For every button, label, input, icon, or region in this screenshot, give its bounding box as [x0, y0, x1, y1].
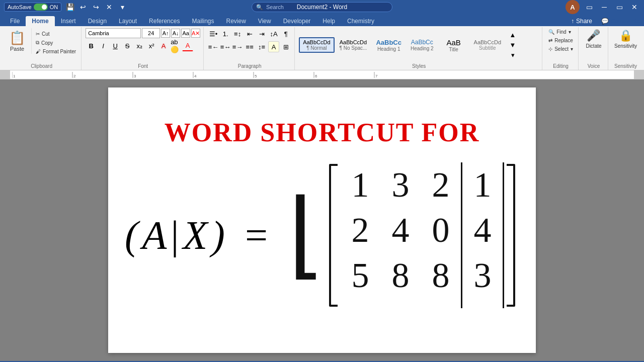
find-button[interactable]: 🔍 Find ▾ — [546, 28, 573, 36]
autosave-badge[interactable]: AutoSave ON — [4, 3, 61, 12]
text-effects-button[interactable]: A — [158, 40, 169, 51]
style-no-spacing-sublabel: ¶ No Spac... — [340, 45, 367, 51]
cell-r1-c2: 0 — [432, 210, 450, 250]
math-equals: = — [245, 213, 268, 258]
styles-scroll-down[interactable]: ▼ — [507, 40, 518, 50]
show-formatting-button[interactable]: ¶ — [280, 28, 291, 39]
tab-mailings[interactable]: Mailings — [186, 16, 220, 26]
undo-button[interactable]: ↩ — [77, 2, 89, 13]
paste-button[interactable]: 📋 Paste — [5, 28, 29, 54]
tab-home[interactable]: Home — [26, 16, 54, 26]
font-size-increase[interactable]: A↑ — [161, 29, 170, 38]
copy-button[interactable]: ⧉ Copy — [34, 39, 78, 47]
sensitivity-icon: 🔒 — [619, 29, 632, 42]
sensitivity-button[interactable]: 🔒 Sensitivity — [612, 28, 639, 50]
tab-developer[interactable]: Developer — [277, 16, 317, 26]
redo-button[interactable]: ↪ — [91, 2, 102, 13]
style-heading1[interactable]: AaBbCc Heading 1 — [372, 37, 406, 54]
tab-review[interactable]: Review — [220, 16, 252, 26]
line-spacing-button[interactable]: ↕≡ — [256, 41, 267, 52]
styles-group-label: Styles — [299, 62, 539, 70]
style-no-spacing[interactable]: AaBbCcDd ¶ No Spac... — [336, 37, 371, 53]
tab-file[interactable]: File — [4, 16, 26, 26]
ruler-margin-indicator-left — [6, 70, 10, 79]
tab-help[interactable]: Help — [316, 16, 341, 26]
replace-label: Replace — [554, 38, 573, 43]
ribbon-display-btn[interactable]: ▭ — [584, 2, 595, 13]
minimize-button[interactable]: ─ — [599, 2, 610, 13]
editing-group: 🔍 Find ▾ ⇄ Replace ⊹ Select ▾ Editing — [543, 27, 579, 70]
font-size-input[interactable] — [142, 28, 160, 38]
multilevel-list-button[interactable]: ≡↕ — [232, 28, 243, 39]
align-right-button[interactable]: ≡→ — [232, 41, 243, 52]
comments-button[interactable]: 💬 Comments — [601, 18, 640, 25]
cut-button[interactable]: ✂ Cut — [34, 30, 78, 38]
editing-group-label: Editing — [546, 62, 575, 70]
format-painter-button[interactable]: 🖌 Format Painter — [34, 48, 78, 55]
tab-view[interactable]: View — [252, 16, 277, 26]
sort-button[interactable]: ↕A — [268, 28, 279, 39]
superscript-button[interactable]: x² — [146, 40, 157, 51]
decrease-indent-button[interactable]: ⇤ — [244, 28, 255, 39]
underline-button[interactable]: U — [110, 40, 121, 51]
cell-r0-c0: 1 — [352, 165, 369, 205]
lhs-X: X — [183, 213, 207, 258]
shading-button[interactable]: A — [268, 41, 279, 52]
style-title-label: AaB — [443, 38, 465, 47]
ruler: 1 2 3 4 5 6 7 — [0, 70, 644, 79]
autosave-toggle[interactable] — [34, 4, 48, 11]
tab-design[interactable]: Design — [82, 16, 113, 26]
lhs-open-paren: ( — [125, 213, 138, 258]
align-left-button[interactable]: ≡← — [208, 41, 219, 52]
borders-button[interactable]: ⊞ — [280, 41, 291, 52]
bold-button[interactable]: B — [86, 40, 97, 51]
save-button[interactable]: 💾 — [64, 2, 75, 13]
strikethrough-button[interactable]: S — [122, 40, 133, 51]
clear-format-button[interactable]: A✕ — [191, 29, 200, 38]
close-undo-button[interactable]: ✕ — [104, 2, 115, 13]
styles-scroll-up[interactable]: ▲ — [507, 30, 518, 40]
style-heading2[interactable]: AaBbCc Heading 2 — [407, 37, 438, 53]
user-avatar[interactable]: A — [566, 0, 580, 14]
font-color-button[interactable]: A — [182, 40, 193, 51]
style-title[interactable]: AaB Title — [439, 36, 469, 54]
font-group: A↑ A↓ Aa A✕ B I U S x₂ x² A ab🟡 A Font — [83, 27, 204, 70]
tab-references[interactable]: References — [143, 16, 186, 26]
autosave-state: ON — [50, 4, 58, 10]
bullets-button[interactable]: ☰• — [208, 28, 219, 39]
align-center-button[interactable]: ≡↔ — [220, 41, 231, 52]
style-normal[interactable]: AaBbCcDd ¶ Normal — [299, 37, 334, 53]
tab-chemistry[interactable]: Chemistry — [341, 16, 380, 26]
document-heading[interactable]: WORD SHORTCUT FOR — [148, 118, 496, 147]
numbering-button[interactable]: 1. — [220, 28, 231, 39]
share-icon: ↑ — [571, 18, 574, 25]
sensitivity-group-label: Sensitivity — [612, 62, 639, 70]
ruler-margin-indicator-right — [634, 70, 638, 79]
share-button[interactable]: ↑ Share — [565, 16, 598, 26]
styles-expand[interactable]: ▾ — [507, 50, 518, 60]
font-size-decrease[interactable]: A↓ — [171, 29, 180, 38]
dictate-button[interactable]: 🎤 Dictate — [583, 28, 605, 50]
font-name-input[interactable] — [86, 28, 141, 38]
subscript-button[interactable]: x₂ — [134, 40, 145, 51]
justify-button[interactable]: ≡≡ — [244, 41, 255, 52]
highlight-button[interactable]: ab🟡 — [170, 40, 181, 51]
svg-text:2: 2 — [73, 74, 76, 78]
select-button[interactable]: ⊹ Select ▾ — [546, 45, 575, 53]
italic-button[interactable]: I — [98, 40, 109, 51]
increase-indent-button[interactable]: ⇥ — [256, 28, 267, 39]
ruler-main: 1 2 3 4 5 6 7 — [10, 70, 634, 79]
restore-button[interactable]: ▭ — [614, 2, 625, 13]
tab-insert[interactable]: Insert — [55, 16, 82, 26]
font-group-content: A↑ A↓ Aa A✕ B I U S x₂ x² A ab🟡 A — [86, 28, 200, 62]
matrix-rhs: ⌊ 1 3 2 2 4 0 5 8 — [288, 162, 519, 308]
change-case-button[interactable]: Aa — [181, 29, 190, 38]
style-subtitle[interactable]: AaBbCcDd Subtitle — [470, 37, 505, 53]
customize-button[interactable]: ▾ — [117, 2, 128, 13]
replace-button[interactable]: ⇄ Replace — [546, 37, 575, 44]
clipboard-group-label: Clipboard — [5, 62, 78, 70]
format-painter-label: Format Painter — [43, 49, 76, 54]
svg-text:7: 7 — [375, 74, 378, 78]
tab-layout[interactable]: Layout — [113, 16, 143, 26]
close-button[interactable]: ✕ — [629, 2, 640, 13]
